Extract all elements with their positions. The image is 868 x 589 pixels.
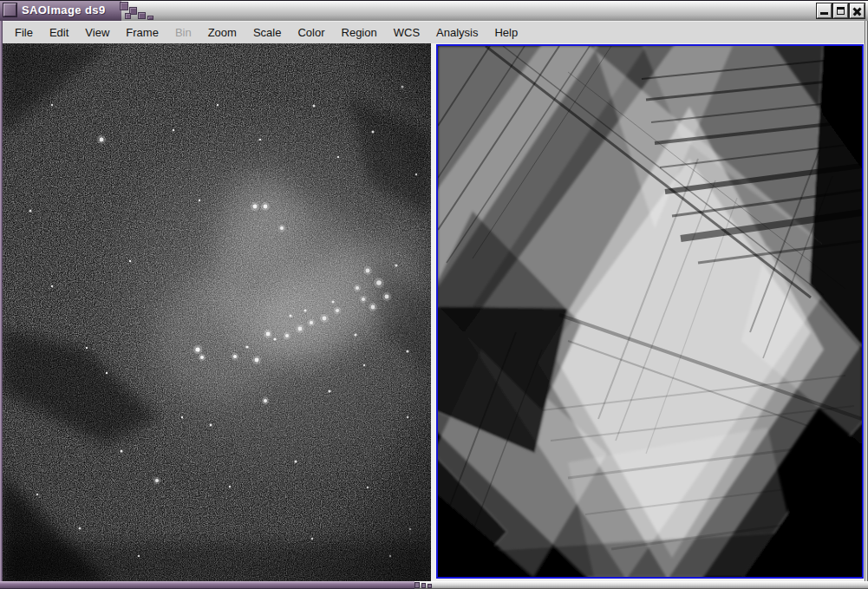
window-border-left[interactable] (0, 21, 3, 581)
menu-item-view[interactable]: View (85, 26, 109, 39)
window-menu-icon[interactable] (3, 3, 16, 16)
menu-item-analysis[interactable]: Analysis (436, 26, 478, 39)
bottom-bar-ornament (414, 582, 420, 588)
menu-item-zoom[interactable]: Zoom (208, 26, 237, 39)
bottom-bar-ornament (427, 584, 432, 588)
titlebar-ornament (147, 16, 153, 20)
frame-2-exposure-map-active[interactable] (436, 44, 864, 579)
menu-item-color[interactable]: Color (297, 26, 324, 39)
window-bottom-handle-right[interactable] (434, 581, 868, 589)
titlebar[interactable]: SAOImage ds9 (0, 1, 868, 21)
window-border-right[interactable] (865, 21, 868, 581)
menu-item-scale[interactable]: Scale (253, 26, 282, 39)
menu-item-region[interactable]: Region (342, 26, 377, 39)
exposure-map-image (438, 46, 862, 577)
maximize-icon (837, 7, 845, 15)
close-icon (851, 4, 864, 17)
window-bottom-handle-left[interactable] (0, 581, 414, 589)
minimize-button[interactable] (817, 3, 832, 18)
close-button[interactable] (850, 3, 865, 18)
titlebar-ornament (138, 12, 146, 19)
menu-item-edit[interactable]: Edit (49, 26, 69, 39)
frame-1-starfield[interactable] (3, 43, 431, 581)
bottom-bar-ornament (421, 583, 426, 588)
menu-item-wcs[interactable]: WCS (394, 26, 420, 39)
minimize-icon (820, 12, 828, 15)
menubar: FileEditViewFrameBinZoomScaleColorRegion… (3, 21, 865, 43)
titlebar-ornament (120, 2, 128, 10)
menu-item-file[interactable]: File (15, 26, 33, 39)
window-title: SAOImage ds9 (22, 1, 106, 21)
ds9-window: SAOImage ds9 FileEditViewFrameBinZoomSca… (0, 0, 868, 589)
titlebar-ornament (125, 13, 131, 19)
menu-item-frame[interactable]: Frame (126, 26, 159, 39)
starfield-image (3, 43, 431, 581)
maximize-button[interactable] (833, 3, 848, 18)
menu-item-help[interactable]: Help (494, 26, 518, 39)
menu-item-bin[interactable]: Bin (175, 26, 192, 39)
content-area (3, 43, 865, 581)
